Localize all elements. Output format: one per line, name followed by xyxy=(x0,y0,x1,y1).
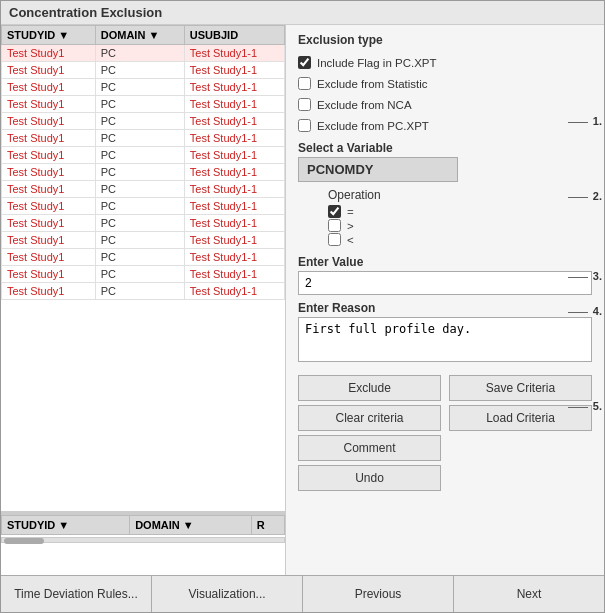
enter-reason-textarea[interactable]: First full profile day. xyxy=(298,317,592,362)
cell-usubjid: Test Study1-1 xyxy=(184,147,284,164)
cell-usubjid: Test Study1-1 xyxy=(184,181,284,198)
cell-domain: PC xyxy=(95,79,184,96)
exclude-nca-label: Exclude from NCA xyxy=(317,99,412,111)
cell-domain: PC xyxy=(95,283,184,300)
table-row[interactable]: Test Study1PCTest Study1-1 xyxy=(2,113,285,130)
horizontal-scrollbar[interactable] xyxy=(1,537,285,543)
cell-studyid: Test Study1 xyxy=(2,79,96,96)
time-deviation-button[interactable]: Time Deviation Rules... xyxy=(1,576,152,612)
op-less-checkbox[interactable] xyxy=(328,233,341,246)
table-row[interactable]: Test Study1PCTest Study1-1 xyxy=(2,215,285,232)
visualization-button[interactable]: Visualization... xyxy=(152,576,303,612)
left-panel: STUDYID ▼ DOMAIN ▼ USUBJID Test Study1PC… xyxy=(1,25,286,575)
cell-usubjid: Test Study1-1 xyxy=(184,62,284,79)
cell-domain: PC xyxy=(95,215,184,232)
exclude-nca-checkbox[interactable] xyxy=(298,98,311,111)
col-domain[interactable]: DOMAIN ▼ xyxy=(95,26,184,45)
cell-usubjid: Test Study1-1 xyxy=(184,232,284,249)
cell-usubjid: Test Study1-1 xyxy=(184,164,284,181)
op-less-label: < xyxy=(347,234,354,246)
button-row-2: Clear criteria Load Criteria xyxy=(298,405,592,431)
checkbox-row-include: Include Flag in PC.XPT xyxy=(298,56,592,69)
annotation-3: 3. xyxy=(593,270,602,282)
bot-col-domain[interactable]: DOMAIN ▼ xyxy=(130,516,252,535)
cell-domain: PC xyxy=(95,181,184,198)
table-row[interactable]: Test Study1PCTest Study1-1 xyxy=(2,249,285,266)
cell-usubjid: Test Study1-1 xyxy=(184,130,284,147)
scroll-thumb[interactable] xyxy=(4,538,44,544)
ann-line-5 xyxy=(568,407,588,408)
ann-line-2 xyxy=(568,197,588,198)
cell-studyid: Test Study1 xyxy=(2,45,96,62)
cell-usubjid: Test Study1-1 xyxy=(184,215,284,232)
operation-section: Operation = > < xyxy=(328,188,592,247)
include-flag-label: Include Flag in PC.XPT xyxy=(317,57,437,69)
cell-studyid: Test Study1 xyxy=(2,181,96,198)
annotation-4: 4. xyxy=(593,305,602,317)
bot-col-studyid[interactable]: STUDYID ▼ xyxy=(2,516,130,535)
table-row[interactable]: Test Study1PCTest Study1-1 xyxy=(2,96,285,113)
op-less-row: < xyxy=(328,233,592,246)
table-row[interactable]: Test Study1PCTest Study1-1 xyxy=(2,181,285,198)
checkbox-row-exclude-pc: Exclude from PC.XPT xyxy=(298,119,592,132)
exclude-pc-checkbox[interactable] xyxy=(298,119,311,132)
cell-studyid: Test Study1 xyxy=(2,96,96,113)
cell-usubjid: Test Study1-1 xyxy=(184,249,284,266)
cell-studyid: Test Study1 xyxy=(2,198,96,215)
table-row[interactable]: Test Study1PCTest Study1-1 xyxy=(2,79,285,96)
window-title: Concentration Exclusion xyxy=(9,5,162,20)
selected-variable-display[interactable]: PCNOMDY xyxy=(298,157,458,182)
table-row[interactable]: Test Study1PCTest Study1-1 xyxy=(2,232,285,249)
op-equals-checkbox[interactable] xyxy=(328,205,341,218)
table-row[interactable]: Test Study1PCTest Study1-1 xyxy=(2,198,285,215)
bottom-table-header: STUDYID ▼ DOMAIN ▼ R xyxy=(2,516,285,535)
table-row[interactable]: Test Study1PCTest Study1-1 xyxy=(2,45,285,62)
cell-studyid: Test Study1 xyxy=(2,164,96,181)
main-window: Concentration Exclusion STUDYID ▼ DOMAIN… xyxy=(0,0,605,613)
ann-line-3 xyxy=(568,277,588,278)
comment-button[interactable]: Comment xyxy=(298,435,441,461)
col-usubjid[interactable]: USUBJID xyxy=(184,26,284,45)
bottom-table: STUDYID ▼ DOMAIN ▼ R xyxy=(1,515,285,535)
exclude-stat-label: Exclude from Statistic xyxy=(317,78,428,90)
exclude-button[interactable]: Exclude xyxy=(298,375,441,401)
undo-button[interactable]: Undo xyxy=(298,465,441,491)
exclude-pc-label: Exclude from PC.XPT xyxy=(317,120,429,132)
table-row[interactable]: Test Study1PCTest Study1-1 xyxy=(2,147,285,164)
cell-domain: PC xyxy=(95,232,184,249)
previous-button[interactable]: Previous xyxy=(303,576,454,612)
annotation-5: 5. xyxy=(593,400,602,412)
include-flag-checkbox[interactable] xyxy=(298,56,311,69)
cell-domain: PC xyxy=(95,113,184,130)
select-variable-label: Select a Variable xyxy=(298,141,592,155)
table-row[interactable]: Test Study1PCTest Study1-1 xyxy=(2,164,285,181)
table-row[interactable]: Test Study1PCTest Study1-1 xyxy=(2,283,285,300)
operation-label: Operation xyxy=(328,188,592,202)
cell-usubjid: Test Study1-1 xyxy=(184,96,284,113)
next-button[interactable]: Next xyxy=(454,576,604,612)
checkbox-row-exclude-nca: Exclude from NCA xyxy=(298,98,592,111)
enter-value-input[interactable] xyxy=(298,271,592,295)
top-table-body: Test Study1PCTest Study1-1Test Study1PCT… xyxy=(2,45,285,300)
cell-usubjid: Test Study1-1 xyxy=(184,266,284,283)
load-criteria-button[interactable]: Load Criteria xyxy=(449,405,592,431)
op-greater-checkbox[interactable] xyxy=(328,219,341,232)
cell-domain: PC xyxy=(95,62,184,79)
top-table-container: STUDYID ▼ DOMAIN ▼ USUBJID Test Study1PC… xyxy=(1,25,285,515)
table-row[interactable]: Test Study1PCTest Study1-1 xyxy=(2,266,285,283)
table-row[interactable]: Test Study1PCTest Study1-1 xyxy=(2,130,285,147)
table-row[interactable]: Test Study1PCTest Study1-1 xyxy=(2,62,285,79)
col-studyid[interactable]: STUDYID ▼ xyxy=(2,26,96,45)
enter-reason-label: Enter Reason xyxy=(298,301,592,315)
clear-criteria-button[interactable]: Clear criteria xyxy=(298,405,441,431)
buttons-section: Exclude Save Criteria Clear criteria Loa… xyxy=(298,375,592,491)
checkbox-row-exclude-stat: Exclude from Statistic xyxy=(298,77,592,90)
button-row-3: Comment xyxy=(298,435,592,461)
cell-usubjid: Test Study1-1 xyxy=(184,283,284,300)
cell-domain: PC xyxy=(95,198,184,215)
bot-col-r[interactable]: R xyxy=(251,516,284,535)
save-criteria-button[interactable]: Save Criteria xyxy=(449,375,592,401)
cell-domain: PC xyxy=(95,266,184,283)
exclude-stat-checkbox[interactable] xyxy=(298,77,311,90)
bottom-table-container: STUDYID ▼ DOMAIN ▼ R xyxy=(1,515,285,575)
